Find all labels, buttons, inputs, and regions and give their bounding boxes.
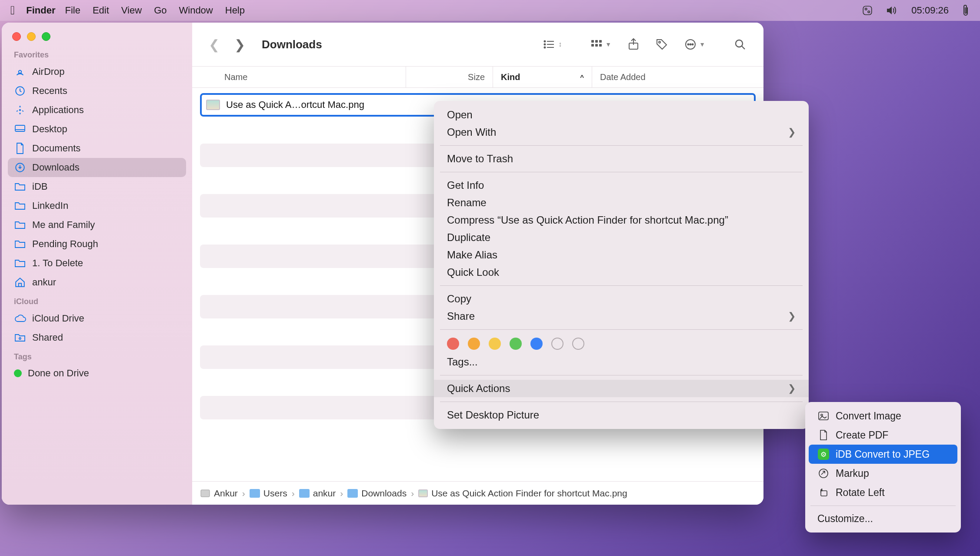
minimize-button[interactable] — [27, 32, 36, 41]
ctx-rename[interactable]: Rename — [434, 194, 809, 211]
close-button[interactable] — [12, 32, 21, 41]
sub-idb-convert-jpeg[interactable]: ⚙iDB Convert to JPEG — [809, 445, 957, 464]
sidebar-item-ankur[interactable]: ankur — [8, 273, 186, 292]
sidebar-item-recents[interactable]: Recents — [8, 81, 186, 100]
menu-window[interactable]: Window — [179, 5, 213, 16]
view-mode-button[interactable]: ↕ — [537, 37, 567, 52]
control-center-icon[interactable] — [862, 5, 873, 16]
ctx-open-with[interactable]: Open With❯ — [434, 124, 809, 141]
sub-convert-image[interactable]: Convert Image — [809, 406, 957, 425]
ctx-move-to-trash[interactable]: Move to Trash — [434, 150, 809, 167]
column-name[interactable]: Name — [192, 67, 406, 87]
shared-folder-icon — [14, 332, 26, 344]
tag-yellow[interactable] — [489, 338, 501, 350]
sub-create-pdf[interactable]: Create PDF — [809, 425, 957, 445]
sidebar-item-label: ankur — [32, 277, 56, 288]
column-size[interactable]: Size — [406, 67, 493, 87]
file-icon — [418, 489, 428, 497]
sidebar-item-me-and-family[interactable]: Me and Family — [8, 215, 186, 234]
tag-blue[interactable] — [530, 338, 543, 350]
sidebar-item-linkedin[interactable]: LinkedIn — [8, 196, 186, 215]
forward-button[interactable]: ❯ — [230, 35, 250, 54]
column-date-added[interactable]: Date Added — [592, 67, 763, 87]
tag-none[interactable] — [572, 338, 584, 350]
sidebar-item-downloads[interactable]: Downloads — [8, 158, 186, 177]
chevron-right-icon: ❯ — [788, 311, 796, 322]
path-segment[interactable]: Use as Quick Action Finder for shortcut … — [418, 488, 627, 499]
sidebar-tag-done-on-drive[interactable]: Done on Drive — [8, 364, 186, 382]
svg-point-13 — [544, 47, 546, 48]
sub-customize[interactable]: Customize... — [809, 509, 957, 528]
convert-image-icon — [817, 410, 830, 422]
search-button[interactable] — [729, 36, 751, 53]
menu-help[interactable]: Help — [225, 5, 245, 16]
ctx-copy[interactable]: Copy — [434, 290, 809, 308]
menu-go[interactable]: Go — [154, 5, 167, 16]
menu-view[interactable]: View — [121, 5, 142, 16]
svg-rect-18 — [591, 44, 594, 47]
sub-markup[interactable]: Markup — [809, 464, 957, 483]
svg-point-25 — [690, 44, 691, 45]
ctx-tags[interactable]: Tags... — [434, 353, 809, 371]
path-bar: Ankur› Users› ankur› Downloads› Use as Q… — [192, 481, 763, 505]
tag-red[interactable] — [447, 338, 459, 350]
svg-point-27 — [736, 40, 743, 47]
menubar-clock[interactable]: 05:09:26 — [911, 5, 949, 16]
sidebar-item-airdrop[interactable]: AirDrop — [8, 62, 186, 81]
svg-point-11 — [544, 44, 546, 45]
ctx-duplicate[interactable]: Duplicate — [434, 229, 809, 246]
sidebar-section-icloud: iCloud — [14, 297, 186, 306]
sidebar-section-favorites: Favorites — [14, 50, 186, 60]
tag-none[interactable] — [551, 338, 563, 350]
sidebar-item-applications[interactable]: Applications — [8, 100, 186, 120]
sidebar-item-to-delete[interactable]: 1. To Delete — [8, 254, 186, 273]
sidebar-item-shared[interactable]: Shared — [8, 328, 186, 347]
separator — [440, 375, 803, 375]
sidebar-item-pending-rough[interactable]: Pending Rough — [8, 234, 186, 254]
path-segment[interactable]: Users — [250, 488, 287, 499]
ctx-get-info[interactable]: Get Info — [434, 177, 809, 194]
applications-icon — [14, 104, 26, 116]
chevron-down-icon: ▼ — [605, 41, 611, 48]
ctx-tag-colors — [434, 334, 809, 353]
sidebar-item-idb[interactable]: iDB — [8, 177, 186, 196]
tag-orange[interactable] — [468, 338, 480, 350]
tags-button[interactable] — [650, 36, 673, 53]
separator — [440, 285, 803, 286]
ctx-make-alias[interactable]: Make Alias — [434, 246, 809, 264]
maximize-button[interactable] — [42, 32, 50, 41]
ctx-open[interactable]: Open — [434, 106, 809, 124]
volume-icon[interactable] — [886, 6, 898, 15]
tag-green[interactable] — [510, 338, 522, 350]
sidebar-item-label: iCloud Drive — [32, 313, 84, 324]
rotate-left-icon — [817, 486, 830, 499]
back-button[interactable]: ❮ — [204, 35, 224, 54]
ctx-quick-actions[interactable]: Quick Actions❯ — [434, 380, 809, 397]
markup-icon — [817, 467, 830, 479]
sidebar-item-documents[interactable]: Documents — [8, 139, 186, 158]
folder-icon — [250, 489, 260, 498]
svg-point-24 — [688, 44, 689, 45]
sidebar-item-desktop[interactable]: Desktop — [8, 120, 186, 139]
group-button[interactable]: ▼ — [585, 37, 617, 52]
document-icon — [817, 429, 830, 441]
apple-menu-icon[interactable]:  — [10, 3, 15, 17]
app-name[interactable]: Finder — [26, 5, 55, 16]
more-button[interactable]: ▼ — [679, 36, 710, 53]
menu-file[interactable]: File — [65, 5, 80, 16]
ctx-compress[interactable]: Compress “Use as Quick Action Finder for… — [434, 211, 809, 229]
ctx-share[interactable]: Share❯ — [434, 308, 809, 325]
window-title: Downloads — [262, 38, 322, 51]
menu-edit[interactable]: Edit — [93, 5, 109, 16]
share-button[interactable] — [623, 35, 644, 54]
path-segment[interactable]: Ankur — [200, 488, 238, 499]
svg-point-8 — [19, 338, 21, 339]
ctx-set-desktop-picture[interactable]: Set Desktop Picture — [434, 406, 809, 424]
column-kind[interactable]: Kind^ — [493, 67, 592, 87]
sub-rotate-left[interactable]: Rotate Left — [809, 483, 957, 502]
sidebar-item-icloud-drive[interactable]: iCloud Drive — [8, 309, 186, 328]
attachment-icon[interactable] — [962, 4, 970, 17]
path-segment[interactable]: ankur — [299, 488, 336, 499]
path-segment[interactable]: Downloads — [347, 488, 407, 499]
ctx-quick-look[interactable]: Quick Look — [434, 264, 809, 281]
